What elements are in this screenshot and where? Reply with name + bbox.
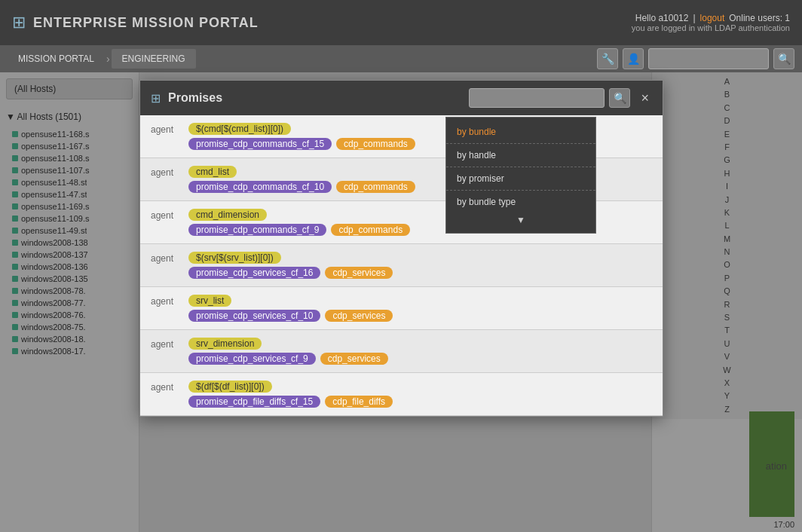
promise-agent: agent	[151, 167, 181, 178]
promise-handle: promise_cdp_commands_cf_10	[188, 181, 332, 193]
app-title: ENTERPRISE MISSION PORTAL	[33, 15, 259, 31]
promise-detail: promise_cdp_services_cf_10 cdp_services	[188, 310, 652, 322]
promise-handle: promise_cdp_commands_cf_15	[188, 138, 332, 150]
breadcrumb-icons: 🔧 👤 🔍	[597, 48, 794, 69]
promise-row: agent $(srv[$(srv_list)][0]) promise_cdp…	[140, 244, 663, 287]
search-dropdown: by bundle by handle by promiser by bundl…	[445, 117, 596, 234]
promise-agent: agent	[151, 382, 181, 393]
greeting-text: Hello a10012	[635, 13, 689, 23]
promise-name: $(df[$(df_list)][0])	[188, 381, 272, 393]
promises-modal: ⊞ Promises 🔍 × by bundle by handle by pr…	[139, 80, 663, 417]
promise-row: agent srv_list promise_cdp_services_cf_1…	[140, 287, 663, 330]
modal-search-button[interactable]: 🔍	[609, 88, 630, 108]
promise-handle: promise_cdp_services_cf_10	[188, 310, 320, 322]
search-icon[interactable]: 🔍	[773, 48, 794, 69]
promise-type: cdp_services	[320, 353, 388, 365]
promise-name: $(cmd[$(cmd_list)][0])	[188, 123, 291, 135]
promise-type: cdp_services	[325, 310, 393, 322]
breadcrumb-bar: MISSION PORTAL › ENGINEERING 🔧 👤 🔍	[0, 45, 802, 72]
promise-handle: promise_cdp_services_cf_16	[188, 267, 320, 279]
modal-header: ⊞ Promises 🔍 ×	[140, 81, 663, 115]
modal-search-input[interactable]	[469, 88, 605, 108]
promise-detail: promise_cdp_services_cf_16 cdp_services	[188, 267, 652, 279]
promise-row: agent srv_dimension promise_cdp_services…	[140, 330, 663, 373]
dropdown-by-handle[interactable]: by handle	[446, 145, 595, 165]
logout-link[interactable]: logout	[700, 13, 725, 23]
promise-detail: promise_cdp_services_cf_9 cdp_services	[188, 353, 652, 365]
promise-handle: promise_cdp_services_cf_9	[188, 353, 316, 365]
promise-name: cmd_dimension	[188, 209, 267, 221]
promise-handle: promise_cdp_commands_cf_9	[188, 224, 326, 236]
promise-name: $(srv[$(srv_list)][0])	[188, 252, 281, 264]
user-icon[interactable]: 👤	[623, 48, 644, 69]
separator: |	[693, 13, 695, 23]
breadcrumb-mission-portal[interactable]: MISSION PORTAL	[8, 49, 105, 69]
main-layout: (All Hosts) ▼ All Hosts (1501) opensuse1…	[0, 72, 802, 532]
promise-handle: promise_cdp_file_diffs_cf_15	[188, 396, 320, 408]
promise-detail: promise_cdp_file_diffs_cf_15 cdp_file_di…	[188, 396, 652, 408]
breadcrumb-engineering[interactable]: ENGINEERING	[112, 49, 196, 69]
dropdown-divider-1	[446, 143, 595, 144]
modal-search-area: 🔍	[469, 88, 630, 108]
promise-row: agent $(df[$(df_list)][0]) promise_cdp_f…	[140, 373, 663, 416]
promise-content: srv_dimension promise_cdp_services_cf_9 …	[188, 338, 652, 365]
dropdown-divider-3	[446, 190, 595, 191]
header-user-row: Hello a10012 | logout Online users: 1	[635, 13, 790, 23]
promise-content: $(srv[$(srv_list)][0]) promise_cdp_servi…	[188, 252, 652, 279]
modal-title-icon: ⊞	[151, 91, 161, 105]
promise-type: cdp_commands	[331, 224, 410, 236]
promise-name: srv_list	[188, 295, 231, 307]
dropdown-divider-2	[446, 167, 595, 167]
dropdown-scroll-down[interactable]: ▼	[446, 212, 595, 228]
promise-type: cdp_commands	[336, 181, 415, 193]
app-logo-icon: ⊞	[12, 13, 26, 32]
header-left: ⊞ ENTERPRISE MISSION PORTAL	[12, 13, 259, 32]
promise-type: cdp_file_diffs	[325, 396, 393, 408]
promise-type: cdp_services	[325, 267, 393, 279]
dropdown-by-promiser[interactable]: by promiser	[446, 169, 595, 188]
promise-content: srv_list promise_cdp_services_cf_10 cdp_…	[188, 295, 652, 322]
ldap-note: you are logged in with LDAP authenticati…	[632, 23, 790, 32]
dropdown-by-bundle[interactable]: by bundle	[446, 122, 595, 142]
modal-title: Promises	[168, 91, 461, 105]
header-search-input[interactable]	[648, 48, 769, 69]
promise-name: cmd_list	[188, 166, 237, 178]
modal-close-button[interactable]: ×	[638, 90, 652, 106]
promise-content: $(df[$(df_list)][0]) promise_cdp_file_di…	[188, 381, 652, 408]
promise-agent: agent	[151, 124, 181, 135]
breadcrumb-sep: ›	[106, 53, 110, 65]
wrench-icon[interactable]: 🔧	[597, 48, 618, 69]
promise-agent: agent	[151, 253, 181, 264]
promise-type: cdp_commands	[336, 138, 415, 150]
promise-agent: agent	[151, 339, 181, 350]
online-users-text: Online users: 1	[729, 13, 790, 23]
header-right: Hello a10012 | logout Online users: 1 yo…	[632, 13, 790, 32]
app-header: ⊞ ENTERPRISE MISSION PORTAL Hello a10012…	[0, 0, 802, 45]
promise-name: srv_dimension	[188, 338, 262, 350]
dropdown-by-bundle-type[interactable]: by bundle type	[446, 192, 595, 212]
promise-agent: agent	[151, 210, 181, 221]
promise-agent: agent	[151, 296, 181, 307]
